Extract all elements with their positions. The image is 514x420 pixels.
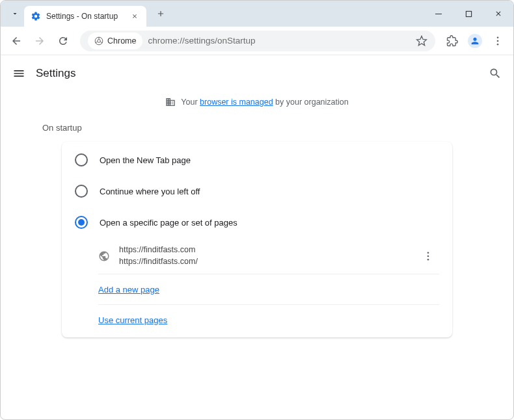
plus-icon [156, 9, 165, 18]
titlebar: Settings - On startup [1, 1, 513, 27]
chrome-icon [94, 36, 103, 46]
use-current-row: Use current pages [98, 305, 439, 335]
search-button[interactable] [489, 67, 502, 80]
svg-rect-0 [435, 14, 442, 14]
startup-card: Open the New Tab page Continue where you… [62, 142, 452, 337]
chip-label: Chrome [107, 36, 136, 46]
window-controls [424, 1, 513, 27]
radio-label: Open a specific page or set of pages [100, 218, 237, 228]
page-title: Settings [36, 67, 75, 80]
extensions-icon [446, 35, 458, 47]
add-page-link[interactable]: Add a new page [98, 285, 159, 295]
close-icon [494, 10, 502, 18]
svg-point-6 [497, 43, 499, 45]
startup-page-body[interactable]: https://finditfasts.com https://finditfa… [98, 238, 408, 274]
startup-pages-list: https://finditfasts.com https://finditfa… [62, 238, 452, 335]
content-area: On startup Open the New Tab page Continu… [1, 116, 513, 419]
forward-button[interactable] [29, 31, 50, 51]
bookmark-button[interactable] [416, 35, 427, 47]
new-tab-button[interactable] [152, 5, 170, 23]
maximize-button[interactable] [453, 1, 483, 27]
radio-button[interactable] [75, 216, 88, 229]
svg-point-7 [427, 252, 429, 254]
menu-toggle[interactable] [12, 67, 25, 80]
browser-toolbar: Chrome chrome://settings/onStartup [1, 27, 513, 55]
chevron-down-icon [11, 10, 19, 18]
tab-title: Settings - On startup [46, 12, 124, 21]
svg-point-3 [98, 39, 101, 42]
gear-icon [31, 11, 41, 21]
reload-button[interactable] [53, 31, 74, 51]
managed-banner: Your browser is managed by your organiza… [1, 92, 513, 116]
search-icon [489, 67, 502, 80]
minimize-button[interactable] [424, 1, 453, 27]
radio-specific-pages[interactable]: Open a specific page or set of pages [62, 207, 452, 238]
arrow-left-icon [10, 35, 22, 47]
svg-point-9 [427, 258, 429, 260]
radio-label: Continue where you left off [100, 187, 200, 196]
browser-tab[interactable]: Settings - On startup [24, 6, 146, 27]
close-window-button[interactable] [483, 1, 513, 27]
section-title: On startup [42, 123, 481, 133]
more-vert-icon [492, 35, 504, 47]
settings-appbar: Settings [1, 55, 513, 92]
tab-search-dropdown[interactable] [6, 5, 24, 23]
svg-point-5 [497, 40, 499, 42]
page-url-text: https://finditfasts.com/ [119, 256, 408, 268]
close-icon[interactable] [129, 11, 140, 21]
back-button[interactable] [6, 31, 27, 51]
radio-button[interactable] [75, 153, 88, 166]
radio-new-tab[interactable]: Open the New Tab page [62, 144, 452, 176]
globe-icon [98, 250, 110, 262]
add-page-row: Add a new page [98, 274, 439, 305]
address-bar[interactable]: Chrome chrome://settings/onStartup [80, 31, 435, 51]
site-chip[interactable]: Chrome [88, 33, 142, 49]
star-icon [416, 35, 427, 47]
svg-rect-1 [466, 11, 471, 16]
startup-page-row: https://finditfasts.com https://finditfa… [98, 238, 439, 274]
page-more-button[interactable] [417, 245, 439, 267]
radio-label: Open the New Tab page [100, 155, 191, 165]
hamburger-icon [12, 67, 25, 80]
page-text: https://finditfasts.com https://finditfa… [119, 244, 408, 267]
extensions-button[interactable] [442, 31, 463, 51]
profile-button[interactable] [465, 31, 485, 51]
menu-button[interactable] [487, 31, 508, 51]
radio-continue[interactable]: Continue where you left off [62, 176, 452, 207]
radio-button[interactable] [75, 185, 88, 198]
minimize-icon [435, 10, 442, 18]
svg-point-8 [427, 255, 429, 257]
managed-link[interactable]: browser is managed [200, 98, 273, 107]
reload-icon [57, 35, 69, 47]
person-icon [470, 36, 480, 46]
use-current-link[interactable]: Use current pages [98, 315, 167, 325]
more-vert-icon [422, 250, 434, 262]
maximize-icon [465, 10, 472, 18]
svg-point-4 [497, 36, 499, 38]
url-text: chrome://settings/onStartup [148, 36, 255, 46]
avatar [468, 34, 482, 48]
arrow-right-icon [34, 35, 46, 47]
building-icon [165, 97, 176, 107]
managed-text: Your browser is managed by your organiza… [181, 98, 348, 107]
page-title-text: https://finditfasts.com [119, 244, 408, 256]
